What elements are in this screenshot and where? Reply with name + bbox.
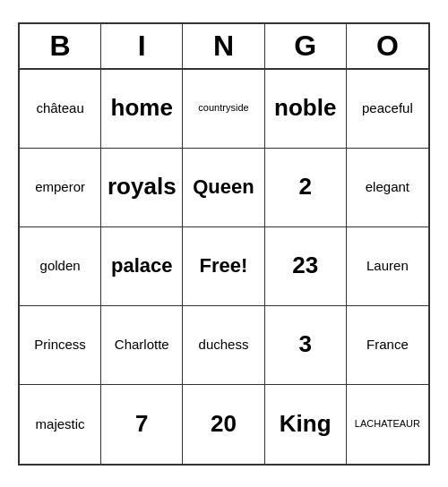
header-letter: N bbox=[183, 24, 264, 68]
bingo-cell: 2 bbox=[265, 149, 347, 227]
bingo-cell: noble bbox=[265, 70, 347, 149]
bingo-cell: Charlotte bbox=[101, 306, 183, 385]
bingo-cell: home bbox=[101, 70, 183, 149]
bingo-cell: elegant bbox=[347, 149, 428, 227]
cell-text: Queen bbox=[193, 175, 254, 199]
bingo-cell: King bbox=[265, 385, 347, 464]
cell-text: home bbox=[111, 94, 173, 122]
bingo-cell: château bbox=[20, 70, 101, 149]
bingo-cell: countryside bbox=[183, 70, 264, 149]
bingo-cell: duchess bbox=[183, 306, 264, 385]
bingo-grid: châteauhomecountrysidenoblepeacefulemper… bbox=[20, 70, 428, 464]
header-letter: I bbox=[101, 24, 183, 68]
bingo-cell: Free! bbox=[183, 227, 264, 306]
bingo-cell: France bbox=[347, 306, 428, 385]
cell-text: 2 bbox=[298, 173, 311, 201]
bingo-cell: 3 bbox=[265, 306, 347, 385]
cell-text: countryside bbox=[198, 102, 248, 114]
bingo-cell: majestic bbox=[20, 385, 101, 464]
cell-text: Princess bbox=[34, 337, 86, 353]
cell-text: peaceful bbox=[362, 100, 413, 116]
cell-text: duchess bbox=[199, 337, 249, 353]
bingo-cell: 20 bbox=[183, 385, 264, 464]
bingo-cell: LACHATEAUR bbox=[347, 385, 428, 464]
bingo-cell: 23 bbox=[265, 227, 347, 306]
bingo-cell: Princess bbox=[20, 306, 101, 385]
cell-text: golden bbox=[40, 258, 81, 274]
header-letter: G bbox=[265, 24, 347, 68]
cell-text: palace bbox=[111, 254, 173, 278]
bingo-cell: golden bbox=[20, 227, 101, 306]
bingo-cell: Lauren bbox=[347, 227, 428, 306]
cell-text: Free! bbox=[200, 254, 248, 278]
cell-text: château bbox=[36, 100, 83, 116]
cell-text: King bbox=[280, 410, 332, 438]
bingo-cell: Queen bbox=[183, 149, 264, 227]
bingo-cell: palace bbox=[101, 227, 183, 306]
cell-text: 7 bbox=[135, 410, 148, 438]
bingo-cell: emperor bbox=[20, 149, 101, 227]
cell-text: noble bbox=[274, 94, 336, 122]
cell-text: France bbox=[366, 337, 409, 353]
bingo-card: BINGO châteauhomecountrysidenoblepeacefu… bbox=[18, 22, 430, 466]
cell-text: Charlotte bbox=[115, 337, 169, 353]
cell-text: LACHATEAUR bbox=[355, 418, 420, 430]
bingo-cell: 7 bbox=[101, 385, 183, 464]
cell-text: 23 bbox=[292, 252, 318, 279]
cell-text: elegant bbox=[366, 179, 409, 195]
bingo-cell: peaceful bbox=[347, 70, 428, 149]
cell-text: Lauren bbox=[366, 258, 409, 274]
cell-text: royals bbox=[108, 173, 177, 201]
bingo-cell: royals bbox=[101, 149, 183, 227]
cell-text: 3 bbox=[298, 330, 311, 358]
cell-text: emperor bbox=[35, 179, 85, 195]
bingo-header: BINGO bbox=[20, 24, 428, 70]
cell-text: 20 bbox=[211, 410, 237, 438]
cell-text: majestic bbox=[36, 416, 85, 432]
header-letter: B bbox=[20, 24, 101, 68]
header-letter: O bbox=[347, 24, 428, 68]
